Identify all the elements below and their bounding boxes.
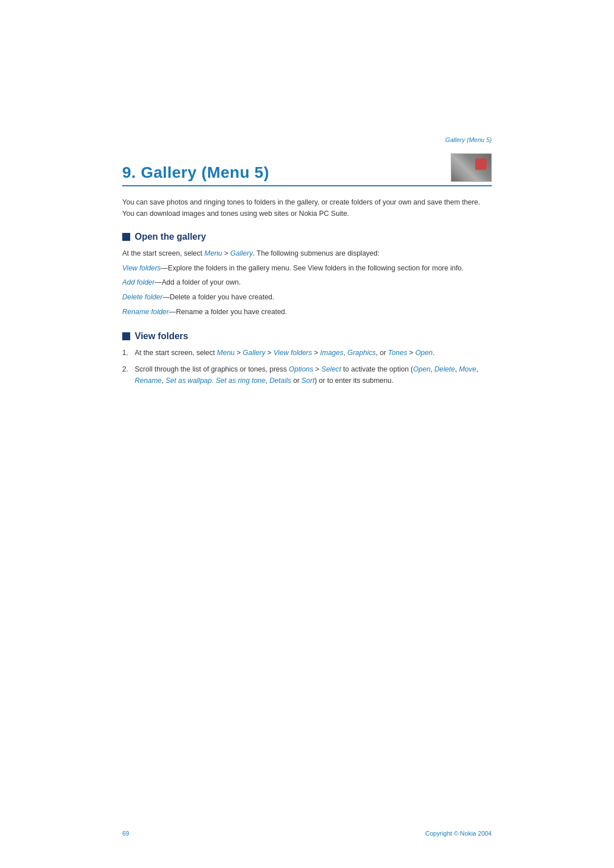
section-body-view-folders: 1. At the start screen, select Menu > Ga… [122,347,492,387]
section-square-icon-2 [122,332,130,340]
open-gallery-para-add-folder: Add folder—Add a folder of your own. [122,277,492,289]
page-label: Gallery (Menu 5) [445,136,492,143]
intro-text: You can save photos and ringing tones to… [122,197,492,219]
page: Gallery (Menu 5) 9. Gallery (Menu 5) You… [0,0,614,868]
open-gallery-para-1: At the start screen, select Menu > Galle… [122,248,492,260]
section-square-icon [122,233,130,241]
section-heading-view-folders: View folders [122,331,492,341]
list-content-1: At the start screen, select Menu > Galle… [135,347,492,359]
chapter-image-inner [451,154,491,181]
section-heading-open-gallery: Open the gallery [122,232,492,242]
list-item-1: 1. At the start screen, select Menu > Ga… [122,347,492,359]
open-gallery-para-view-folders: View folders—Explore the folders in the … [122,262,492,274]
list-item-2: 2. Scroll through the list of graphics o… [122,364,492,387]
chapter-image [451,153,492,182]
section-body-open-gallery: At the start screen, select Menu > Galle… [122,248,492,318]
content-area: Gallery (Menu 5) 9. Gallery (Menu 5) You… [122,153,492,400]
footer-copyright: Copyright © Nokia 2004 [425,830,492,837]
list-number-1: 1. [122,347,131,359]
list-content-2: Scroll through the list of graphics or t… [135,364,492,387]
section-title-open-gallery: Open the gallery [135,232,206,242]
open-gallery-para-rename-folder: Rename folder—Rename a folder you have c… [122,306,492,318]
footer-page-number: 69 [122,830,129,837]
open-gallery-para-delete-folder: Delete folder—Delete a folder you have c… [122,291,492,303]
section-title-view-folders: View folders [135,331,188,341]
list-number-2: 2. [122,364,131,387]
chapter-title-row: 9. Gallery (Menu 5) [122,153,492,186]
footer: 69 Copyright © Nokia 2004 [0,830,614,837]
chapter-title: 9. Gallery (Menu 5) [122,164,269,182]
header-section: Gallery (Menu 5) 9. Gallery (Menu 5) [122,153,492,186]
